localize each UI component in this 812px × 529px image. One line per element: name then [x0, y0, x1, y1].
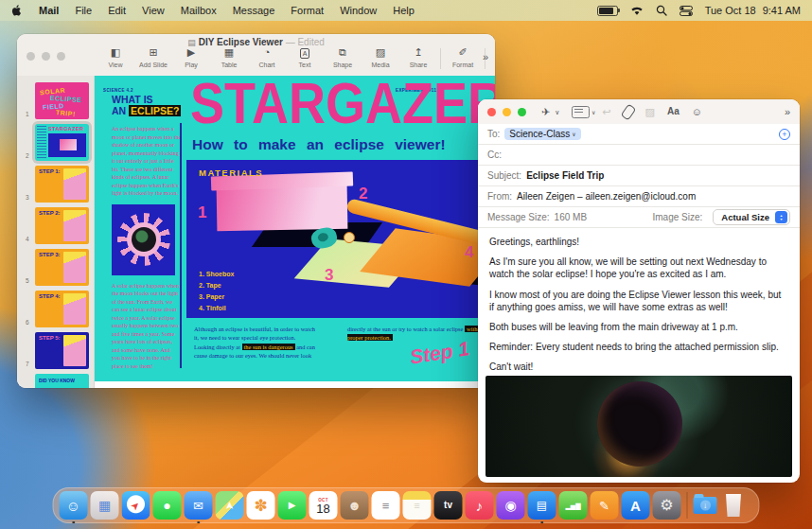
from-field[interactable]: From: Aileen Zeigen – aileen.zeigen@iclo… [478, 186, 800, 207]
dock-item-photos[interactable]: ✽ [247, 491, 275, 521]
header-fields-button[interactable]: ∨ [572, 106, 590, 118]
battery-icon[interactable] [597, 6, 618, 16]
eclipse-moon [597, 381, 682, 467]
slide-thumbnail-image: SOLARECLIPSEFIELDTRIP! [35, 82, 89, 119]
menu-item-edit[interactable]: Edit [108, 5, 126, 16]
emoji-button[interactable]: ☺ [692, 107, 702, 117]
menu-item-help[interactable]: Help [393, 5, 415, 16]
send-button[interactable]: ✈ [541, 107, 550, 117]
desktop[interactable]: MailFileEditViewMailboxMessageFormatWind… [0, 0, 812, 529]
toolbar-media-button[interactable]: ▨Media [362, 46, 399, 68]
wifi-icon[interactable] [630, 6, 644, 16]
zoom-button[interactable] [57, 52, 65, 61]
toolbar-text-button[interactable]: AText [286, 46, 324, 68]
dock-item-pages[interactable]: ✎ [591, 491, 619, 521]
dock-item-finder[interactable]: ☺ [60, 491, 88, 521]
music-icon: ♪ [466, 491, 494, 520]
cc-field[interactable]: Cc: [478, 145, 800, 166]
toolbar-share-button[interactable]: ↥Share [399, 46, 437, 68]
column-divider [180, 123, 182, 368]
subject-field[interactable]: Subject: Eclipse Field Trip [478, 166, 800, 186]
add-recipient-button[interactable]: + [779, 129, 790, 140]
slide-thumbnail-5[interactable]: 5STEP 3: [17, 248, 94, 290]
dock-item-facetime[interactable]: ▶ [278, 491, 307, 521]
close-button[interactable] [487, 108, 496, 116]
toolbar-shape-button[interactable]: ⧉Shape [324, 46, 362, 68]
dock-item-launchpad[interactable]: ▦ [91, 491, 119, 521]
zoom-button[interactable] [518, 108, 526, 116]
dock-item-music[interactable]: ♪ [466, 491, 494, 521]
attach-button[interactable] [620, 103, 636, 120]
dock-item-safari[interactable]: ➤ [122, 491, 150, 521]
send-options-chevron[interactable]: ∨ [555, 109, 559, 115]
slide-thumbnail-image: STEP 1: [35, 166, 89, 203]
slide-thumbnail-6[interactable]: 6STEP 4: [17, 290, 94, 331]
apple-menu[interactable] [11, 4, 24, 17]
dock-item-notes[interactable]: ≡ [403, 491, 432, 521]
control-center-icon[interactable] [680, 6, 693, 16]
dock-item-trash[interactable] [725, 491, 753, 521]
toolbar-animate-button[interactable]: ◇Animate [488, 46, 495, 68]
shape-icon: ⧉ [339, 46, 346, 59]
menu-bar-time: 9:41 AM [763, 5, 801, 16]
slide-thumbnail-8[interactable]: 8DID YOU KNOW [17, 373, 94, 388]
slide-thumbnail-image: STEP 2: [35, 207, 89, 244]
eclipse-photo-attachment[interactable] [485, 376, 792, 477]
dock-item-system-settings[interactable]: ⚙ [653, 491, 681, 521]
glyph: ➤ [224, 501, 235, 509]
body-paragraph: Reminder: Every student needs to bring t… [489, 341, 788, 353]
slide-thumbnail-1[interactable]: 1SOLARECLIPSEFIELDTRIP! [17, 81, 94, 123]
dock-item-messages[interactable]: ● [153, 491, 182, 521]
minimize-button[interactable] [42, 52, 50, 61]
toolbar-format-button[interactable]: ✐Format [444, 46, 482, 68]
message-size: Message Size: 160 MB [487, 212, 591, 222]
toolbar-table-button[interactable]: ▦Table [210, 46, 248, 68]
toolbar-label: Text [299, 62, 311, 68]
menu-item-view[interactable]: View [142, 5, 165, 16]
toolbar-add-slide-button[interactable]: ⊞Add Slide [134, 46, 172, 68]
close-button[interactable] [26, 52, 35, 61]
toolbar-play-button[interactable]: ▶Play [172, 46, 210, 68]
recipient-token[interactable]: Science-Class∨ [504, 128, 580, 140]
thumbnail-step-label: DID YOU KNOW [39, 378, 75, 383]
toolbar-view-button[interactable]: ◧View [97, 46, 134, 68]
dock-item-apple-tv[interactable]: tv [434, 491, 463, 521]
dock-item-calendar[interactable]: OCT18 [309, 491, 338, 521]
dock-item-podcasts[interactable]: ◉ [497, 491, 525, 521]
menu-item-message[interactable]: Message [233, 5, 275, 16]
minimize-button[interactable] [503, 108, 511, 116]
menu-item-mail[interactable]: Mail [39, 5, 59, 16]
dock-item-mail[interactable]: ✉ [185, 491, 213, 521]
dock-item-keynote[interactable]: ▤ [528, 491, 556, 521]
toolbar-chart-button[interactable]: ◔Chart [248, 46, 286, 68]
dock-item-downloads-folder[interactable]: ↓ [694, 491, 722, 521]
toolbar-overflow-button[interactable]: » [785, 106, 790, 117]
dock-item-maps[interactable]: ➤ [216, 491, 244, 521]
slide-thumbnail-3[interactable]: 3STEP 1: [17, 165, 94, 206]
toolbar-overflow-button[interactable]: » [483, 51, 488, 62]
dock-item-contacts[interactable]: ☻ [341, 491, 369, 521]
toolbar-label: Chart [258, 62, 274, 68]
materials-item: 3. Paper [199, 291, 234, 303]
slide-canvas[interactable]: SCIENCE 4.2 EXPERIMENT #11 WHAT IS AN EC… [95, 76, 495, 388]
to-field[interactable]: To: Science-Class∨ + [478, 124, 800, 145]
dock-item-app-store[interactable]: A [622, 491, 650, 521]
menu-item-mailbox[interactable]: Mailbox [181, 5, 217, 16]
slide-thumbnail-2[interactable]: 2STARGAZER [17, 123, 94, 165]
toolbar-label: Play [185, 62, 198, 68]
maps-icon: ➤ [216, 491, 244, 520]
menu-item-window[interactable]: Window [340, 5, 377, 16]
thumbnail-illustration [63, 293, 86, 325]
dock-item-reminders[interactable]: ≡ [372, 491, 400, 521]
toolbar-label: Format [452, 62, 473, 68]
search-icon[interactable] [656, 5, 667, 16]
format-button[interactable]: Aa [667, 107, 680, 116]
menu-item-file[interactable]: File [75, 5, 92, 16]
menu-bar-clock[interactable]: Tue Oct 18 9:41 AM [705, 5, 801, 16]
dock-item-numbers[interactable]: ▂▅▇ [559, 491, 588, 521]
pages-icon: ✎ [591, 491, 619, 520]
image-size-select[interactable]: Actual Size ▴▾ [713, 209, 790, 225]
slide-thumbnail-4[interactable]: 4STEP 2: [17, 206, 94, 248]
menu-item-format[interactable]: Format [291, 5, 324, 16]
slide-thumbnail-7[interactable]: 7STEP 5: [17, 331, 94, 373]
